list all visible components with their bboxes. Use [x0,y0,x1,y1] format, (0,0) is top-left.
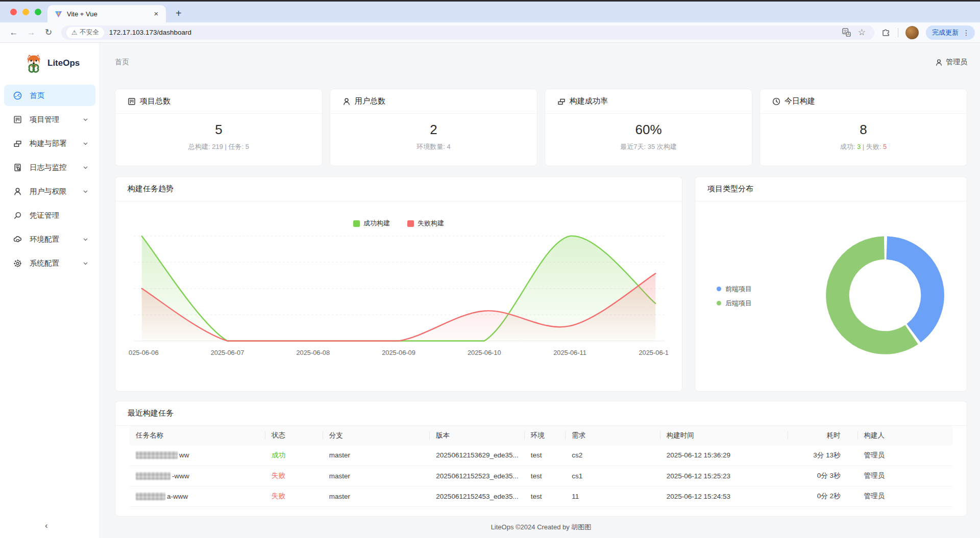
browser-tab[interactable]: Vite + Vue × [47,5,166,22]
sidebar-item-label: 构建与部署 [30,139,83,148]
col-duration[interactable]: 耗时 [788,426,858,445]
url-text[interactable]: 172.17.103.173/dashboard [109,29,839,36]
col-task-name[interactable]: 任务名称 [130,426,265,445]
address-bar[interactable]: ⚠ 不安全 172.17.103.173/dashboard 文 A ☆ [61,25,874,40]
trend-legend: 成功构建 失败构建 [129,219,669,228]
tab-title: Vite + Vue [67,10,152,18]
table-row[interactable]: ww 成功 master 20250612153629_ede35... tes… [130,445,952,466]
browser-tabstrip: Vite + Vue × + [0,2,980,22]
update-chrome-button[interactable]: 完成更新 ⋮ [926,25,975,40]
forward-button[interactable]: → [22,28,40,38]
task-name-cell: a-www [130,486,265,506]
stat-value: 5 [115,122,322,138]
svg-text:2025-06-10: 2025-06-10 [468,349,501,356]
breadcrumb: 首页 [115,58,129,67]
credential-icon [13,211,22,220]
sidebar-item-users-permissions[interactable]: 用户与权限 [4,181,95,202]
user-menu[interactable]: 管理员 [935,58,967,67]
svg-text:2025-06-08: 2025-06-08 [296,349,330,356]
maximize-window-button[interactable] [35,9,41,15]
col-build-time[interactable]: 构建时间 [660,426,788,445]
stat-card-title: 用户总数 [355,96,385,106]
requirement-cell: cs2 [566,445,660,466]
traffic-lights [10,9,41,15]
chevron-down-icon [83,141,88,146]
svg-text:2025-06-12: 2025-06-12 [639,349,669,356]
minimize-window-button[interactable] [22,9,29,15]
user-icon [935,59,943,66]
sidebar-collapse-button[interactable]: ‹ [45,521,48,531]
distribution-card-title: 项目类型分布 [695,177,967,201]
tab-close-button[interactable]: × [152,9,161,18]
chevron-down-icon [83,117,88,122]
svg-text:2025-06-11: 2025-06-11 [553,349,586,356]
stat-card-success-rate: 构建成功率 60% 最近7天: 35 次构建 [545,89,752,166]
warning-icon: ⚠ [71,29,77,36]
col-environment[interactable]: 环境 [525,426,566,445]
new-tab-button[interactable]: + [176,8,182,18]
app-root: LiteOps 首页 项目管理 [0,43,980,538]
sidebar-item-environment-config[interactable]: 环境配置 [4,228,95,250]
sidebar-item-home[interactable]: 首页 [4,85,95,106]
vite-favicon [55,10,62,18]
sidebar-item-credentials[interactable]: 凭证管理 [4,204,95,226]
translate-icon[interactable]: 文 A [842,28,851,37]
version-cell: 20250612152453_ede35... [430,486,524,506]
sidebar-item-label: 凭证管理 [30,211,88,220]
back-button[interactable]: ← [5,28,22,38]
duration-cell: 0分 3秒 [788,466,858,486]
project-icon [128,97,136,106]
environment-cell: test [525,445,566,466]
sidebar-item-label: 用户与权限 [30,187,83,196]
table-row[interactable]: -www 失败 master 20250612152523_ede35... t… [130,466,952,486]
recent-builds-card: 最近构建任务 任务名称 状态 分支 版本 环境 需求 [115,401,967,517]
branch-cell: master [323,466,430,486]
duration-cell: 0分 2秒 [788,486,858,506]
sidebar-item-logs-monitoring[interactable]: 日志与监控 [4,157,95,178]
sidebar-item-label: 环境配置 [30,235,83,244]
build-icon [557,97,566,106]
task-name-cell: -www [130,466,265,486]
col-branch[interactable]: 分支 [323,426,430,445]
sidebar-item-label: 项目管理 [30,115,83,124]
sidebar-item-build-deploy[interactable]: 构建与部署 [4,133,95,154]
menu-kebab-icon[interactable]: ⋮ [963,29,970,37]
project-type-card: 项目类型分布 前端项目 后端项目 [695,176,967,392]
col-builder[interactable]: 构建人 [858,426,952,445]
censored-name-block [136,493,165,500]
stat-value: 2 [330,122,537,138]
sidebar-item-system-config[interactable]: 系统配置 [4,252,95,274]
username: 管理员 [946,58,967,67]
sidebar: LiteOps 首页 项目管理 [0,43,100,538]
col-requirement[interactable]: 需求 [566,426,660,445]
reload-button[interactable]: ↻ [40,27,57,38]
table-row[interactable]: a-www 失败 master 20250612152453_ede35... … [130,486,952,506]
extensions-icon[interactable] [881,28,891,37]
trend-legend-swatch [407,220,414,227]
svg-text:A: A [847,32,849,36]
legend-item-success[interactable]: 成功构建 [353,219,390,228]
col-version[interactable]: 版本 [430,426,524,445]
profile-avatar[interactable] [905,26,919,39]
bookmark-star-icon[interactable]: ☆ [858,27,866,38]
stat-card-users: 用户总数 2 环境数量: 4 [330,89,537,166]
legend-item-backend[interactable]: 后端项目 [717,299,752,308]
col-status[interactable]: 状态 [265,426,323,445]
requirement-cell: 11 [566,486,660,506]
stat-card-title: 项目总数 [140,96,170,106]
dashboard-icon [13,91,22,100]
close-window-button[interactable] [10,9,17,15]
sidebar-item-label: 系统配置 [30,259,83,268]
security-chip[interactable]: ⚠ 不安全 [66,27,104,38]
stat-subtitle: 总构建: 219 | 任务: 5 [115,142,322,151]
system-settings-icon [13,259,22,268]
sidebar-item-project-management[interactable]: 项目管理 [4,109,95,130]
browser-toolbar: ← → ↻ ⚠ 不安全 172.17.103.173/dashboard 文 A… [0,22,980,43]
recent-builds-table: 任务名称 状态 分支 版本 环境 需求 构建时间 耗时 构建人 [130,426,952,507]
environment-icon [13,235,22,244]
stat-cards-row: 项目总数 5 总构建: 219 | 任务: 5 用户总数 2 环境数 [115,89,967,166]
legend-item-fail[interactable]: 失败构建 [407,219,444,228]
environment-cell: test [525,486,566,506]
legend-item-frontend[interactable]: 前端项目 [717,285,752,294]
donut-legend-dot [717,301,721,305]
